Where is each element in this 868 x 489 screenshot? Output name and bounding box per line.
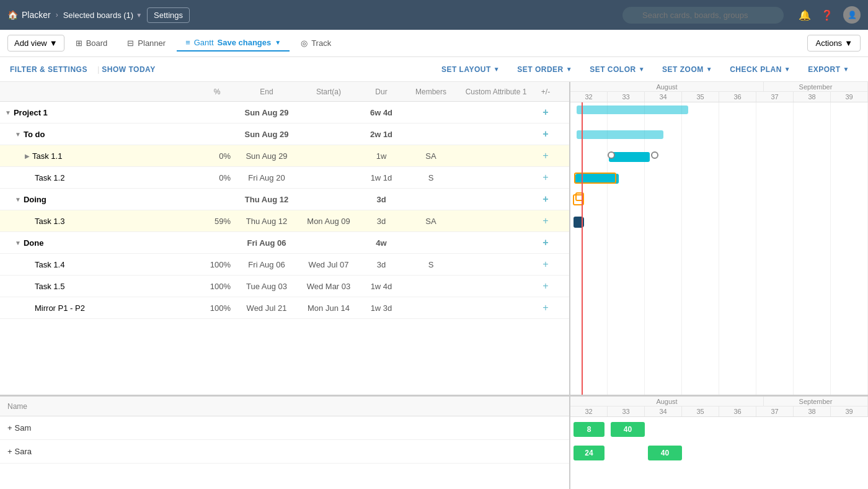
cell-pct: 100%	[198, 260, 236, 269]
bottom-row-sam[interactable]: + Sam	[0, 416, 569, 440]
bweek-38: 38	[794, 406, 831, 416]
cell-dur: 3d	[360, 260, 403, 269]
set-zoom-label: SET ZOOM	[662, 65, 704, 74]
chart-col	[645, 102, 682, 395]
add-row-button[interactable]: +	[533, 215, 558, 227]
cell-end: Fri Aug 06	[236, 260, 298, 269]
table-row[interactable]: Task 1.4 100% Fri Aug 06 Wed Jul 07 3d S…	[0, 254, 569, 276]
home-icon: 🏠	[7, 10, 18, 20]
expand-icon[interactable]: ▶	[25, 153, 30, 159]
table-row[interactable]: Task 1.3 59% Thu Aug 12 Mon Aug 09 3d SA…	[0, 210, 569, 232]
table-row[interactable]: ▼ Done Fri Aug 06 4w +	[0, 232, 569, 254]
cell-dur: 1w	[360, 151, 403, 161]
week-35: 35	[682, 92, 719, 102]
tab-board[interactable]: ⊞ Board	[67, 35, 117, 51]
table-row[interactable]: Task 1.5 100% Tue Aug 03 Wed Mar 03 1w 4…	[0, 276, 569, 297]
sam-toggle-icon[interactable]: +	[7, 423, 12, 433]
col-plus: +/-	[533, 87, 558, 96]
chart-col	[831, 102, 868, 395]
filter-settings-button[interactable]: FILTER & SETTINGS	[10, 65, 95, 74]
show-today-button[interactable]: SHOW TODAY	[102, 65, 162, 74]
table-row[interactable]: ▼ Doing Thu Aug 12 3d +	[0, 189, 569, 210]
check-plan-caret-icon: ▼	[784, 66, 790, 73]
bweek-34: 34	[645, 406, 682, 416]
add-row-button[interactable]: +	[533, 194, 558, 205]
resource-bar[interactable]: 24	[574, 446, 604, 460]
boards-caret-icon: ▼	[136, 12, 142, 19]
cell-pct: 0%	[198, 173, 236, 182]
table-row[interactable]: ▶ Task 1.1 0% Sun Aug 29 1w SA +	[0, 145, 569, 167]
toolbar: Add view ▼ ⊞ Board ⊟ Planner ≡ Gantt Sav…	[0, 30, 868, 57]
set-zoom-caret-icon: ▼	[706, 66, 712, 73]
export-caret-icon: ▼	[843, 66, 849, 73]
add-row-button[interactable]: +	[533, 302, 558, 313]
add-row-button[interactable]: +	[533, 128, 558, 140]
sara-toggle-icon[interactable]: +	[7, 447, 12, 456]
export-label: EXPORT	[808, 65, 840, 74]
bottom-row-sara[interactable]: + Sara	[0, 440, 569, 464]
nav-right: 🔔 ❓ 👤	[799, 6, 861, 24]
cell-end: Sun Aug 29	[236, 151, 298, 161]
help-icon[interactable]: ❓	[821, 9, 833, 21]
month-september: September	[764, 82, 868, 91]
add-row-button[interactable]: +	[533, 259, 558, 270]
set-order-dropdown[interactable]: SET ORDER ▼	[508, 65, 581, 74]
upper-section: % End Start(a) Dur Members Custom Attrib…	[0, 82, 868, 395]
timeline-months: August September	[570, 82, 868, 92]
table-row[interactable]: Task 1.2 0% Fri Aug 20 1w 1d S +	[0, 167, 569, 189]
export-dropdown[interactable]: EXPORT ▼	[799, 65, 858, 74]
save-changes-button[interactable]: Save changes	[218, 38, 272, 47]
avatar[interactable]: 👤	[843, 6, 861, 24]
table-row[interactable]: ▼ Project 1 Sun Aug 29 6w 4d +	[0, 102, 569, 123]
resource-bar[interactable]: 8	[574, 422, 604, 437]
cell-name: Task 1.2	[0, 173, 198, 182]
tab-planner[interactable]: ⊟ Planner	[118, 35, 174, 51]
collapse-icon[interactable]: ▼	[15, 240, 21, 246]
add-row-button[interactable]: +	[533, 150, 558, 161]
actions-button[interactable]: Actions ▼	[807, 35, 861, 52]
notifications-icon[interactable]: 🔔	[799, 9, 811, 21]
row-name: Task 1.2	[35, 173, 64, 182]
bottom-left: Name + Sam + Sara	[0, 397, 570, 489]
person-sara: + Sara	[7, 447, 32, 456]
tab-track[interactable]: ◎ Track	[292, 35, 340, 51]
set-zoom-dropdown[interactable]: SET ZOOM ▼	[653, 65, 721, 74]
cell-name: ▼ Done	[0, 238, 198, 248]
bweek-32: 32	[570, 406, 608, 416]
track-icon: ◎	[301, 38, 308, 48]
home-link[interactable]: 🏠 Placker	[7, 10, 51, 20]
chart-col	[608, 102, 645, 395]
collapse-icon[interactable]: ▼	[15, 196, 21, 203]
search-input[interactable]	[622, 7, 784, 24]
cell-start: Wed Jul 07	[298, 260, 360, 269]
table-header: % End Start(a) Dur Members Custom Attrib…	[0, 82, 569, 102]
add-row-button[interactable]: +	[533, 172, 558, 183]
cell-pct: 59%	[198, 217, 236, 226]
add-view-button[interactable]: Add view ▼	[7, 35, 64, 52]
table-row[interactable]: ▼ To do Sun Aug 29 2w 1d +	[0, 123, 569, 145]
set-color-dropdown[interactable]: SET COLOR ▼	[581, 65, 653, 74]
set-layout-dropdown[interactable]: SET LAYOUT ▼	[433, 65, 508, 74]
set-color-label: SET COLOR	[590, 65, 636, 74]
gantt-label: Gantt	[194, 38, 214, 47]
cell-pct: 100%	[198, 282, 236, 291]
cell-end: Wed Jul 21	[236, 303, 298, 313]
week-36: 36	[719, 92, 756, 102]
set-order-label: SET ORDER	[517, 65, 564, 74]
week-38: 38	[794, 92, 831, 102]
chart-col	[719, 102, 756, 395]
collapse-icon[interactable]: ▼	[5, 109, 11, 116]
tab-gantt[interactable]: ≡ Gantt Save changes ▼	[177, 35, 290, 52]
settings-button[interactable]: Settings	[147, 7, 190, 23]
resource-bar[interactable]: 40	[611, 422, 645, 437]
check-plan-dropdown[interactable]: CHECK PLAN ▼	[721, 65, 799, 74]
add-row-button[interactable]: +	[533, 280, 558, 292]
add-row-button[interactable]: +	[533, 237, 558, 248]
collapse-icon[interactable]: ▼	[15, 131, 21, 138]
add-row-button[interactable]: +	[533, 107, 558, 118]
boards-selector[interactable]: Selected boards (1) ▼	[63, 11, 142, 20]
cell-dur: 1w 4d	[360, 282, 403, 291]
resource-bar[interactable]: 40	[648, 446, 682, 460]
bweek-36: 36	[719, 406, 756, 416]
table-row[interactable]: Mirror P1 - P2 100% Wed Jul 21 Mon Jun 1…	[0, 297, 569, 319]
